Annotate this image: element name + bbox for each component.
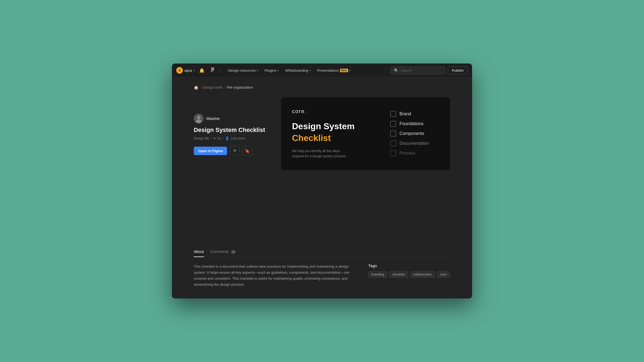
tab-about[interactable]: About [194,247,204,257]
bottom-section: About Comments 0 This checklist is a doc… [172,241,472,298]
tag-collaboration[interactable]: collaboration [410,271,435,278]
figma-logo-icon [209,67,216,74]
preview-card: core. Design System Checklist We help yo… [281,97,450,170]
checkbox-documentation[interactable] [390,140,396,146]
username-label: ayca [184,68,192,73]
user-chevron-icon: ▾ [193,69,195,72]
breadcrumb: 🏠 › Design tools › File organization [194,85,450,90]
tag-color[interactable]: color [437,271,450,278]
presentations-chevron-icon: ▾ [349,69,351,72]
checklist-item-components: Components [390,131,439,137]
body-tags-grid: This checklist is a document that outlin… [194,264,450,288]
user-menu[interactable]: A ayca ▾ [176,67,195,74]
plugins-chevron-icon: ▾ [277,69,279,72]
author-name: Maxime [206,116,220,121]
checklist-label-process: Process [399,151,415,156]
nav-plugins[interactable]: Plugins ▾ [262,67,282,74]
nav-links: Design resources ▾ Plugins ▾ Whiteboardi… [225,67,387,74]
tab-comments[interactable]: Comments 0 [210,247,236,257]
design-resources-chevron-icon: ▾ [257,69,258,72]
user-avatar: A [176,67,183,74]
checklist-label-documentation: Documentation [399,141,429,146]
nav-presentations[interactable]: Presentations New ▾ [314,67,353,74]
breadcrumb-design-tools[interactable]: Design tools [203,85,222,89]
tags-list: branding checklist collaboration color [368,271,450,278]
checkbox-brand[interactable] [390,111,396,117]
comments-count-badge: 0 [231,250,236,254]
preview-checklist: Brand Foundations Components Documentati… [390,108,439,156]
open-in-figma-button[interactable]: Open in Figma [194,147,227,155]
whiteboarding-chevron-icon: ▾ [309,69,311,72]
file-title: Design System Checklist [194,126,272,134]
search-icon: 🔍 [394,68,398,73]
content-grid: Maxime Design System Checklist Design fi… [194,97,450,170]
tabs-row: About Comments 0 [194,247,450,257]
breadcrumb-current: File organization [227,85,253,89]
core-logo: core. [292,108,379,114]
checkbox-components[interactable] [390,131,396,137]
navbar: A ayca ▾ 🔔 Design resources ▾ Plugins ▾ [172,64,472,78]
checkbox-process[interactable] [390,150,396,156]
actions-row: Open in Figma ♥ 🔖 [194,146,272,156]
tags-label: Tags [368,264,450,268]
tags-section: Tags branding checklist collaboration co… [368,264,450,288]
checklist-item-foundations: Foundations [390,121,439,127]
svg-point-2 [196,119,201,123]
checklist-title-line2: Checklist [292,133,379,143]
notifications-bell-icon[interactable]: 🔔 [198,67,206,74]
search-input[interactable]: 🔍 Search [390,67,445,74]
file-description: This checklist is a document that outlin… [194,264,357,288]
checklist-title-line1: Design System [292,121,379,131]
publish-button[interactable]: Publish [448,67,468,74]
checklist-label-components: Components [399,131,424,136]
preview-left: core. Design System Checklist We help yo… [292,108,379,159]
like-button[interactable]: ♥ [230,146,240,156]
breadcrumb-home-icon[interactable]: 🏠 [194,85,198,90]
checklist-item-brand: Brand [390,111,439,117]
bookmark-button[interactable]: 🔖 [242,146,252,156]
likes-heart-icon: ♥ [213,137,215,140]
checklist-description: We help you identify all the steps requi… [292,149,352,159]
nav-right: 🔍 Search Publish [390,67,468,74]
users-icon: 👤 [225,137,229,140]
checklist-item-documentation: Documentation [390,140,439,146]
main-content: 🏠 › Design tools › File organization [172,78,472,241]
tag-branding[interactable]: branding [368,271,387,278]
svg-point-1 [197,116,200,119]
checklist-item-process: Process [390,150,439,156]
nav-whiteboarding[interactable]: Whiteboarding ▾ [282,67,313,74]
nav-design-resources[interactable]: Design resources ▾ [225,67,261,74]
tag-checklist[interactable]: checklist [389,271,408,278]
checklist-label-foundations: Foundations [399,121,424,126]
author-avatar [194,114,204,123]
nav-divider [220,68,221,73]
checkbox-foundations[interactable] [390,121,396,127]
monitor-frame: A ayca ▾ 🔔 Design resources ▾ Plugins ▾ [172,64,472,298]
checklist-label-brand: Brand [399,111,411,116]
author-row: Maxime [194,114,272,123]
left-panel: Maxime Design System Checklist Design fi… [194,97,281,170]
file-meta: Design file • ♥ 18 • 👤 118 users [194,137,272,140]
